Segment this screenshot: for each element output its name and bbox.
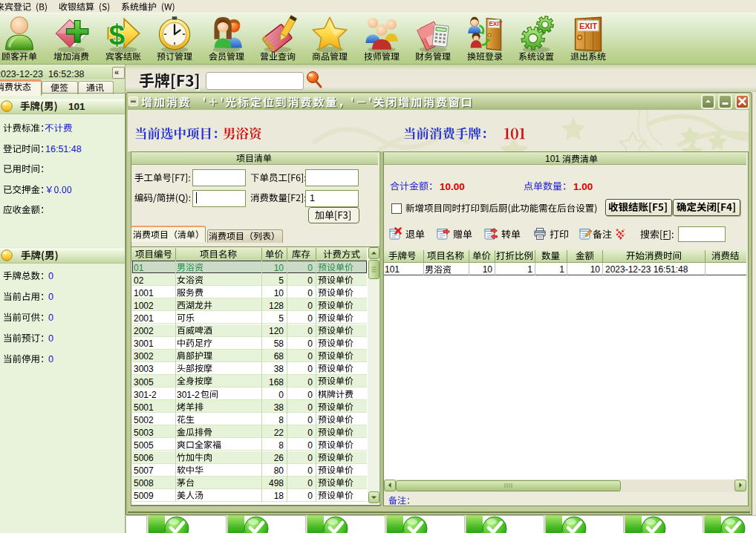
svg-text:$: $ <box>108 19 125 50</box>
svg-text:EXIT: EXIT <box>489 21 502 27</box>
svg-text:EXIT: EXIT <box>579 22 597 30</box>
